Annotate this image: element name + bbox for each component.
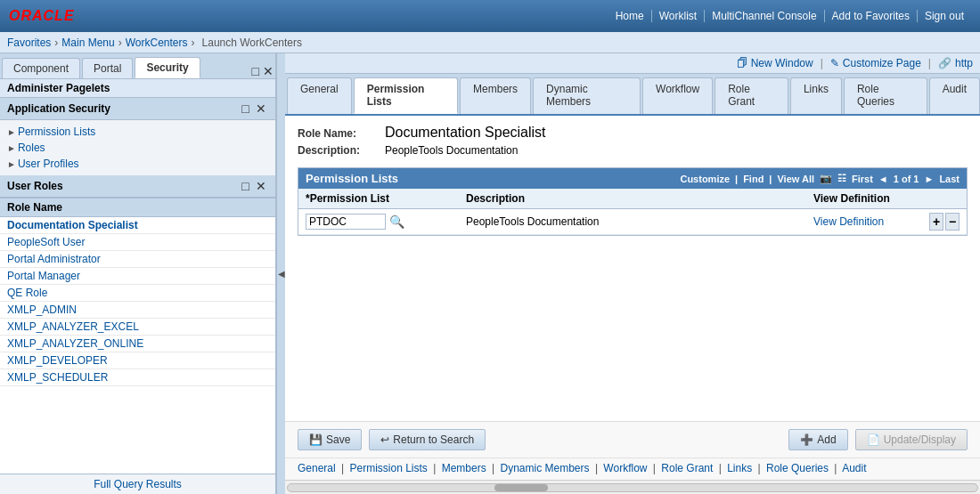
- role-link[interactable]: Portal Administrator: [7, 253, 101, 265]
- user-roles-close-icon[interactable]: ✕: [254, 179, 268, 193]
- user-roles-minimize-icon[interactable]: □: [240, 179, 250, 193]
- minimize-icon[interactable]: □: [250, 64, 261, 78]
- col-header-description: Description: [459, 190, 806, 207]
- tab-security[interactable]: Security: [135, 57, 200, 78]
- collapse-handle[interactable]: ◀: [276, 53, 285, 494]
- return-to-search-button[interactable]: ↩ Return to Search: [369, 429, 486, 450]
- list-item[interactable]: XMLP_ADMIN: [0, 302, 275, 319]
- tab-role-grant[interactable]: Role Grant: [715, 77, 788, 114]
- save-button[interactable]: 💾 Save: [298, 429, 362, 450]
- oracle-logo: ORACLE: [9, 8, 75, 24]
- role-link[interactable]: XMLP_ANALYZER_EXCEL: [7, 320, 139, 333]
- list-item[interactable]: XMLP_SCHEDULER: [0, 369, 275, 386]
- list-item[interactable]: QE Role: [0, 285, 275, 302]
- view-all-link[interactable]: View All: [777, 174, 814, 184]
- role-link[interactable]: QE Role: [7, 287, 47, 299]
- bottom-link-workflow[interactable]: Workflow: [603, 462, 647, 474]
- content-area: Role Name: Documentation Specialist Desc…: [285, 116, 980, 421]
- new-window-button[interactable]: 🗍 New Window: [737, 57, 813, 69]
- user-profiles-link[interactable]: User Profiles: [18, 158, 79, 170]
- link-icon: 🔗: [938, 57, 951, 69]
- app-security-minimize-icon[interactable]: □: [240, 101, 250, 116]
- perm-table-title: Permission Lists: [306, 172, 398, 185]
- update-display-button[interactable]: 📄 Update/Display: [855, 429, 968, 450]
- http-button[interactable]: 🔗 http: [938, 57, 973, 69]
- full-query-results[interactable]: Full Query Results: [0, 474, 275, 494]
- role-link[interactable]: XMLP_ANALYZER_ONLINE: [7, 337, 143, 350]
- add-button[interactable]: ➕ Add: [788, 429, 847, 450]
- tab-audit[interactable]: Audit: [929, 77, 980, 114]
- perm-lists-item: ► Permission Lists: [0, 124, 275, 140]
- add-favorites-link[interactable]: Add to Favorites: [825, 10, 918, 22]
- app-security-close-icon[interactable]: ✕: [254, 101, 268, 116]
- tab-links[interactable]: Links: [790, 77, 842, 114]
- full-query-link[interactable]: Full Query Results: [94, 478, 182, 490]
- page-info: First: [852, 174, 873, 184]
- perm-table-header: Permission Lists Customize | Find | View…: [298, 168, 967, 189]
- roles-link[interactable]: Roles: [18, 142, 45, 154]
- left-tabs: Component Portal Security □ ✕: [0, 53, 275, 79]
- tab-workflow[interactable]: Workflow: [642, 77, 713, 114]
- worklist-link[interactable]: Worklist: [652, 10, 705, 22]
- perm-lists-icon: ►: [7, 127, 16, 137]
- breadcrumb-workcenters[interactable]: WorkCenters: [126, 36, 188, 49]
- list-item[interactable]: Portal Manager: [0, 268, 275, 285]
- bottom-link-role-queries[interactable]: Role Queries: [766, 462, 829, 474]
- bottom-link-role-grant[interactable]: Role Grant: [661, 462, 713, 474]
- role-link[interactable]: Documentation Specialist: [7, 219, 138, 231]
- add-row-button[interactable]: +: [929, 213, 943, 231]
- role-link[interactable]: XMLP_SCHEDULER: [7, 371, 108, 384]
- tab-portal[interactable]: Portal: [82, 58, 133, 78]
- last-label: Last: [939, 174, 960, 184]
- role-link[interactable]: PeopleSoft User: [7, 236, 85, 248]
- user-roles-section: User Roles □ ✕ Role Name Documentation S…: [0, 175, 275, 494]
- bottom-link-members[interactable]: Members: [442, 462, 486, 474]
- bottom-link-permission-lists[interactable]: Permission Lists: [350, 462, 428, 474]
- bottom-left-buttons: 💾 Save ↩ Return to Search: [298, 429, 486, 450]
- description-value: PeopleTools Documentation: [385, 144, 518, 157]
- tab-general[interactable]: General: [287, 77, 352, 114]
- tab-role-queries[interactable]: Role Queries: [844, 77, 927, 114]
- signout-link[interactable]: Sign out: [918, 10, 971, 22]
- bottom-link-dynamic-members[interactable]: Dynamic Members: [501, 462, 590, 474]
- list-item[interactable]: PeopleSoft User: [0, 234, 275, 251]
- scrollbar-track: [287, 483, 978, 492]
- role-link[interactable]: XMLP_ADMIN: [7, 304, 77, 316]
- bottom-link-general[interactable]: General: [298, 462, 336, 474]
- customize-page-button[interactable]: ✎ Customize Page: [830, 57, 921, 69]
- app-security-links: ► Permission Lists ► Roles ► User Profil…: [0, 120, 275, 175]
- find-link[interactable]: Find: [743, 174, 764, 184]
- top-bar: ORACLE Home Worklist MultiChannel Consol…: [0, 0, 980, 32]
- list-item[interactable]: XMLP_DEVELOPER: [0, 352, 275, 369]
- multichannel-link[interactable]: MultiChannel Console: [705, 10, 824, 22]
- perm-lists-link[interactable]: Permission Lists: [18, 126, 95, 138]
- roles-list: Documentation Specialist PeopleSoft User…: [0, 217, 275, 474]
- breadcrumb-mainmenu[interactable]: Main Menu: [61, 36, 114, 49]
- list-item[interactable]: XMLP_ANALYZER_EXCEL: [0, 319, 275, 336]
- view-definition-link[interactable]: View Definition: [813, 215, 884, 228]
- tab-permission-lists[interactable]: Permission Lists: [354, 77, 458, 114]
- bottom-link-links[interactable]: Links: [727, 462, 752, 474]
- perm-list-input[interactable]: [306, 214, 386, 230]
- bottom-link-audit[interactable]: Audit: [842, 462, 866, 474]
- home-link[interactable]: Home: [608, 10, 652, 22]
- remove-row-button[interactable]: −: [945, 213, 960, 231]
- close-left-icon[interactable]: ✕: [261, 64, 275, 78]
- page-count: 1 of 1: [894, 174, 919, 184]
- right-top-bar: 🗍 New Window | ✎ Customize Page | 🔗 http: [285, 53, 980, 74]
- customize-link[interactable]: Customize: [680, 174, 730, 184]
- tab-members[interactable]: Members: [460, 77, 531, 114]
- tab-component[interactable]: Component: [2, 58, 80, 78]
- description-row: Description: PeopleTools Documentation: [298, 144, 968, 157]
- role-link[interactable]: Portal Manager: [7, 270, 80, 282]
- search-icon[interactable]: 🔍: [389, 215, 404, 229]
- role-link[interactable]: XMLP_DEVELOPER: [7, 354, 108, 367]
- horizontal-scrollbar[interactable]: [285, 480, 980, 494]
- breadcrumb-favorites[interactable]: Favorites: [7, 36, 51, 49]
- list-item[interactable]: Documentation Specialist: [0, 217, 275, 234]
- list-item[interactable]: Portal Administrator: [0, 251, 275, 268]
- list-item[interactable]: XMLP_ANALYZER_ONLINE: [0, 336, 275, 352]
- tab-dynamic-members[interactable]: Dynamic Members: [533, 77, 641, 114]
- role-name-column-header: Role Name: [0, 198, 275, 217]
- bottom-buttons: 💾 Save ↩ Return to Search ➕ Add 📄 Update…: [285, 421, 980, 458]
